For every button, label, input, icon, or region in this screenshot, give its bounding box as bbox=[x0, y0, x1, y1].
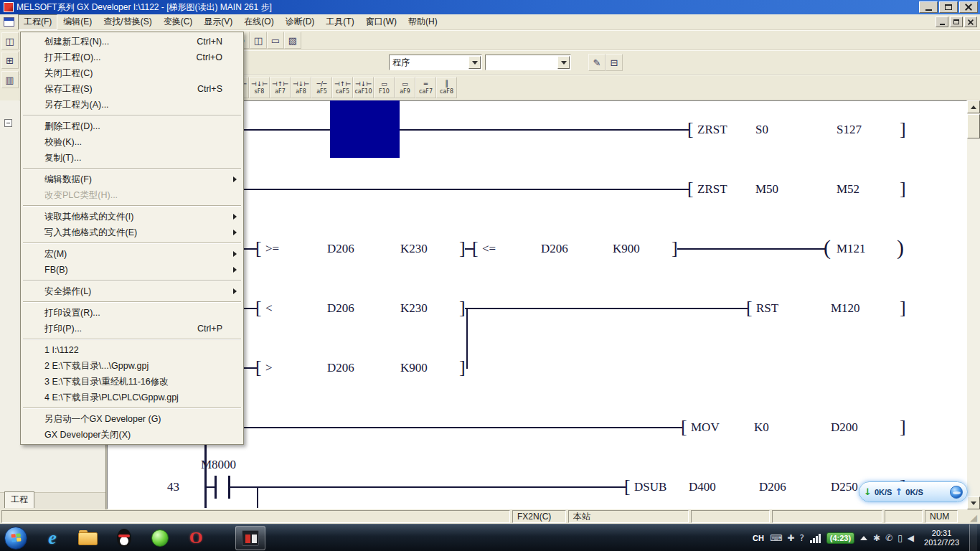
menu-item[interactable]: 校验(K)... bbox=[22, 134, 242, 150]
start-button[interactable] bbox=[4, 527, 27, 550]
scroll-up-button[interactable] bbox=[967, 100, 980, 113]
menubar-item[interactable]: 窗口(W) bbox=[360, 14, 402, 30]
menu-item[interactable]: 1 I:\1122 bbox=[22, 342, 242, 358]
menu-item[interactable]: GX Developer关闭(X) bbox=[22, 427, 242, 443]
menu-item[interactable]: 读取其他格式的文件(I) bbox=[22, 209, 242, 225]
battery-timer-badge[interactable]: (4:23) bbox=[826, 532, 854, 544]
combobox-dropdown-button[interactable] bbox=[557, 56, 570, 69]
usb-tray-icon[interactable]: ▯ bbox=[897, 533, 903, 543]
windows-flag-icon bbox=[11, 533, 21, 542]
menubar-item[interactable]: 变换(C) bbox=[158, 14, 199, 30]
taskbar-gx-developer-window[interactable] bbox=[235, 526, 265, 550]
keyboard-tray-icon[interactable]: ⌨ bbox=[770, 533, 782, 543]
signal-bars-icon[interactable] bbox=[810, 533, 821, 543]
edit-cursor[interactable] bbox=[330, 100, 400, 158]
scroll-down-button[interactable] bbox=[967, 496, 980, 509]
menubar-item[interactable]: 显示(V) bbox=[198, 14, 238, 30]
ladder-symbol-aF8-button[interactable]: ⊣↓⊢aF8 bbox=[291, 77, 311, 98]
program-combobox[interactable]: 程序 bbox=[389, 55, 482, 70]
restore-button[interactable] bbox=[939, 1, 958, 13]
numlock-panel: NUM bbox=[925, 510, 958, 523]
menu-item[interactable]: 删除工程(D)... bbox=[22, 118, 242, 134]
taskbar-qq-messenger[interactable] bbox=[109, 526, 139, 550]
menubar-item[interactable]: 工具(T) bbox=[320, 14, 359, 30]
ladder-symbol-aF9-button[interactable]: ▭aF9 bbox=[395, 77, 415, 98]
menu-item[interactable]: 2 E:\下载目录\...\Gppw.gpj bbox=[22, 358, 242, 374]
clock-time: 20:31 bbox=[932, 529, 952, 538]
menu-item[interactable]: 保存工程(S)Ctrl+S bbox=[22, 81, 242, 97]
menu-item[interactable]: 复制(T)... bbox=[22, 150, 242, 166]
menubar-item[interactable]: 查找/替换(S) bbox=[98, 14, 157, 30]
menu-item[interactable]: 关闭工程(C) bbox=[22, 65, 242, 81]
mdi-minimize-button[interactable] bbox=[936, 17, 948, 27]
ladder-window-button[interactable]: ⊞ bbox=[1, 52, 19, 69]
taskbar-internet-explorer[interactable]: e bbox=[37, 526, 67, 550]
menu-item[interactable]: 写入其他格式的文件(E) bbox=[22, 225, 242, 240]
vertical-scrollbar[interactable] bbox=[967, 100, 980, 509]
ladder-symbol-caF7-button[interactable]: ═caF7 bbox=[415, 77, 436, 98]
menu-item[interactable]: 编辑数据(F) bbox=[22, 171, 242, 187]
menu-item[interactable]: 打印(P)...Ctrl+P bbox=[22, 321, 242, 336]
combobox-dropdown-button[interactable] bbox=[468, 56, 481, 69]
menu-item[interactable]: FB(B) bbox=[22, 262, 242, 278]
menu-item[interactable]: 安全操作(L) bbox=[22, 283, 242, 299]
volume-tray-icon[interactable]: ◀ bbox=[908, 533, 914, 543]
mdi-close-button[interactable] bbox=[964, 17, 977, 27]
menubar-item[interactable]: 编辑(E) bbox=[57, 14, 98, 30]
menubar-item[interactable]: 工程(F) bbox=[18, 14, 57, 30]
melsoft-app-icon bbox=[4, 2, 14, 12]
taskbar-clock[interactable]: 20:31 2012/7/23 bbox=[920, 529, 963, 547]
ladder-symbol-caF10-button[interactable]: ⊣↓⊢caF10 bbox=[353, 77, 374, 98]
ladder-symbol-aF7-button[interactable]: ⊣↑⊢aF7 bbox=[270, 77, 291, 98]
close-button[interactable] bbox=[959, 1, 978, 13]
tree-collapse-box[interactable] bbox=[4, 119, 12, 127]
menu-item[interactable]: 另存工程为(A)... bbox=[22, 97, 242, 113]
menu-item[interactable]: 另启动一个GX Developer (G) bbox=[22, 411, 242, 427]
taskbar-file-explorer[interactable] bbox=[73, 526, 103, 550]
menu-item[interactable]: 打开工程(O)...Ctrl+O bbox=[22, 50, 242, 65]
ladder-symbol-caF8-button[interactable]: ║caF8 bbox=[436, 77, 457, 98]
menubar-item[interactable]: 在线(O) bbox=[238, 14, 279, 30]
minimize-icon bbox=[940, 24, 945, 25]
project-tab[interactable]: 工程 bbox=[4, 491, 34, 508]
project-list-button[interactable]: ◫ bbox=[250, 32, 267, 49]
show-desktop-button[interactable] bbox=[969, 524, 977, 551]
ladder-symbol-F10-button[interactable]: ▭F10 bbox=[374, 77, 395, 98]
taskbar-browser-green[interactable] bbox=[145, 526, 175, 550]
menu-item[interactable]: 打印设置(R)... bbox=[22, 305, 242, 321]
mdi-document-icon[interactable] bbox=[4, 17, 14, 27]
blank-combobox[interactable] bbox=[485, 55, 571, 70]
system-tray: CH ⌨✚? (4:23) ✱✆▯◀ 20:31 2012/7/23 bbox=[753, 524, 980, 551]
chevron-down-icon bbox=[561, 61, 567, 67]
minimize-button[interactable] bbox=[919, 1, 938, 13]
device-comment-button[interactable]: ▭ bbox=[267, 32, 284, 49]
menu-item[interactable]: 4 E:\下载目录\PLC\PLC\Gppw.gpj bbox=[22, 390, 242, 405]
help-tray-icon[interactable]: ? bbox=[799, 533, 804, 543]
ladder-symbol-sF8-button[interactable]: ⊣↓⊢sF8 bbox=[249, 77, 270, 98]
phone-tray-icon[interactable]: ✆ bbox=[885, 533, 892, 543]
taskbar-opera-browser[interactable]: O bbox=[181, 526, 211, 550]
arrow-down-icon bbox=[971, 501, 976, 508]
ladder-symbol-aF5-button[interactable]: ─/─aF5 bbox=[311, 77, 332, 98]
titlebar: MELSOFT系列 GX Developer I:\1122 - [梯形图(读出… bbox=[0, 0, 980, 14]
data-list-button[interactable]: ⊟ bbox=[606, 54, 623, 71]
globe-icon bbox=[950, 486, 963, 499]
comment-display-button[interactable]: ▥ bbox=[1, 71, 19, 88]
menubar-item[interactable]: 诊断(D) bbox=[280, 14, 321, 30]
app-tray-icon[interactable]: ✱ bbox=[873, 533, 880, 543]
project-data-list-button[interactable]: ◫ bbox=[1, 32, 19, 50]
menu-item[interactable]: 创建新工程(N)...Ctrl+N bbox=[22, 34, 242, 50]
edit-mode-button[interactable]: ✎ bbox=[588, 54, 606, 71]
opera-browser-icon: O bbox=[189, 528, 203, 547]
menu-item[interactable]: 宏(M) bbox=[22, 246, 242, 262]
scrollbar-thumb[interactable] bbox=[967, 114, 980, 138]
language-indicator[interactable]: CH bbox=[753, 534, 764, 542]
show-hidden-icons-button[interactable] bbox=[860, 532, 867, 540]
monitor-window-button[interactable]: ▧ bbox=[284, 32, 301, 49]
menubar-item[interactable]: 帮助(H) bbox=[402, 14, 443, 30]
network-speed-overlay[interactable]: ↓ 0K/S ↑ 0K/S bbox=[859, 481, 968, 502]
health-tray-icon[interactable]: ✚ bbox=[787, 533, 794, 543]
mdi-restore-button[interactable] bbox=[950, 17, 963, 27]
ladder-symbol-caF5-button[interactable]: ⊣↑⊢caF5 bbox=[332, 77, 353, 98]
menu-item[interactable]: 3 E:\下载目录\重经机11-16修改 bbox=[22, 374, 242, 390]
